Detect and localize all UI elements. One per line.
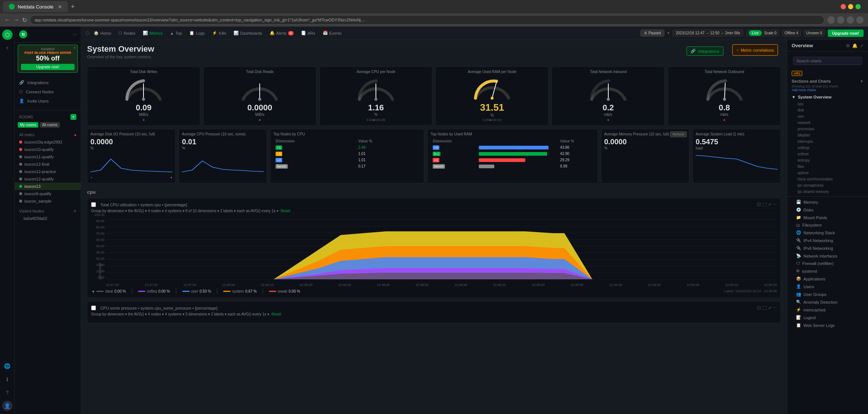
node-isucon9[interactable]: isucon9-qualify [15,190,81,197]
chart2-reset-btn[interactable]: Reset [272,312,281,316]
add-room-btn[interactable]: + [70,114,76,120]
chart2-zoom-btn[interactable]: ⛶ [762,305,767,311]
tab-close-btn[interactable]: ✕ [58,4,62,10]
node-isucon11[interactable]: isucon11-qualify [15,153,81,161]
sidebar-sub-entropy[interactable]: entropy [787,157,868,163]
nav-ars[interactable]: 📑 ARs [298,29,318,37]
refresh-btn[interactable]: ↻ [22,17,27,24]
visited-nodes-header[interactable]: Visited Nodes ∧ [15,206,81,215]
visited-node-1[interactable]: ba5a4f258a02 [15,215,81,222]
sidebar-sub-clock-sync[interactable]: clock synchronization [787,176,868,182]
sidebar-section-memory[interactable]: 💾 Memory [787,198,868,206]
sidebar-sub-cpu[interactable]: cpu [787,101,868,107]
upgrade-btn[interactable]: Upgrade now! [828,30,864,37]
sidebar-chevron-icon[interactable]: ‹ › [73,32,76,37]
sidebar-sub-idlejitter[interactable]: idlejitter [787,132,868,138]
chart-info-btn[interactable]: ⓘ [757,202,761,207]
paused-btn[interactable]: ⏸ Paused [640,30,664,37]
nav-kills[interactable]: ⚡ Kills [209,29,229,37]
icon-bar-question[interactable]: ? [2,387,13,398]
sidebar-section-networking-stack[interactable]: 🌐 Networking Stack [787,229,868,237]
chart-zoom-btn[interactable]: ⛶ [762,202,767,207]
node-isucon12qualify[interactable]: isucon12-qualify [15,175,81,183]
icon-bar-info[interactable]: ℹ [2,374,13,384]
sidebar-section-firewall[interactable]: 🛡 Firewall (netfilter) [787,260,868,267]
nav-home[interactable]: 🏠 Home [91,29,114,37]
search-charts-input[interactable] [793,57,862,65]
all-rooms-btn[interactable]: All rooms [40,122,60,128]
node-isucon12practice[interactable]: isucon12-practice [15,168,81,175]
sidebar-section-memcached[interactable]: ⚡ memcached [787,306,868,314]
chart2-info-btn[interactable]: ⓘ [757,305,761,311]
address-bar[interactable]: app.netdata.cloud/spaces/torune-summer-s… [30,15,824,25]
sidebar-section-logind[interactable]: 📝 Logind [787,314,868,321]
sidebar-bell-btn[interactable]: 🔔 [852,43,858,48]
sidebar-section-web-server-logs[interactable]: 📋 Web Server Logs [787,321,868,329]
sidebar-section-systemd[interactable]: ⚙ systemd [787,267,868,275]
sidebar-section-applications[interactable]: 📦 Applications [787,275,868,283]
nav-metrics[interactable]: 📊 Metrics [140,29,165,37]
sidebar-section-anomaly[interactable]: 🔍 Anomaly Detection [787,298,868,306]
nav-top[interactable]: ▲ Top [167,30,185,37]
sidebar-main-section[interactable]: ▼ System Overview [787,93,868,101]
node-isucon12final[interactable]: isucon12-final [15,161,81,168]
upgrade-now-btn[interactable]: Upgrade now! [21,64,75,70]
node-isucon13[interactable]: isucon13 [15,183,81,190]
sidebar-sub-softnet[interactable]: softnet [787,151,868,157]
sidebar-item-invite-users[interactable]: 👤 Invite Users [15,96,81,106]
icon-bar-home[interactable]: ⬡ [2,30,13,40]
chart-checkbox[interactable] [91,202,96,207]
chart-more-btn[interactable]: ⋯ [773,202,777,207]
sidebar-sub-processes[interactable]: processes [787,126,868,132]
back-btn[interactable]: ← [4,17,10,23]
sidebar-section-filesystem[interactable]: 🗂 Filesystem [787,221,868,229]
add-more-link[interactable]: Add more charts [792,88,864,92]
node-isucon10q[interactable]: isucon10q-edge2992 [15,138,81,146]
chart2-expand-btn[interactable]: ⤢ [768,305,771,311]
sidebar-item-connect-nodes[interactable]: ⬡ Connect Nodes [15,87,81,96]
nav-logs[interactable]: 📋 Logs [186,29,208,37]
sidebar-item-integrations[interactable]: 🔗 Integrations [15,78,81,87]
earlybird-close-btn[interactable]: ✕ [73,46,76,50]
icon-bar-avatar[interactable]: 👤 [2,401,13,411]
nav-alerts[interactable]: 🔔 Alerts 0 [267,29,297,37]
sidebar-sub-files[interactable]: files [787,163,868,170]
sidebar-sub-interrupts[interactable]: interrupts [787,138,868,145]
sidebar-sub-ipc-sem[interactable]: ipc semaphores [787,182,868,189]
nav-events[interactable]: 📅 Events [320,29,345,37]
active-tab[interactable]: Netdata Console ✕ [3,1,68,12]
time-display[interactable]: 2023/12/16 12:47 → 12:50 → 2min 58s [672,30,744,37]
sidebar-section-disks[interactable]: 💿 Disks [787,206,868,214]
sidebar-sub-disk[interactable]: disk [787,107,868,113]
icon-bar-plus[interactable]: ＋ [2,43,13,53]
sidebar-section-user-groups[interactable]: 👥 User Groups [787,290,868,298]
refresh-btn[interactable]: Refresh [670,131,687,137]
nav-nodes[interactable]: ⬡ Nodes [115,29,138,37]
reset-btn[interactable]: Reset [281,209,290,213]
integrations-btn[interactable]: 🔗 Integrations [687,46,723,56]
sidebar-filter-btn[interactable]: ⚙ [846,43,850,48]
icon-bar-globe[interactable]: 🌐 [2,361,13,371]
node-isucon-sample[interactable]: isucon_sample [15,197,81,205]
sidebar-sub-uptime[interactable]: uptime [787,170,868,176]
sidebar-section-ipv6[interactable]: 🔌 IPv6 Networking [787,244,868,252]
sidebar-sub-ipc-shmem[interactable]: ipc shared memory [787,189,868,195]
sidebar-sub-softirqs[interactable]: softirqs [787,145,868,151]
arn-badge[interactable]: ARs [792,71,802,76]
sidebar-sub-network[interactable]: network [787,120,868,126]
forward-btn[interactable]: → [13,17,19,23]
my-rooms-btn[interactable]: My rooms [18,122,38,128]
nav-dashboards[interactable]: 📊 Dashboards [231,29,265,37]
sidebar-section-users[interactable]: 👤 Users [787,283,868,290]
chart-expand-btn[interactable]: ⤢ [768,202,771,207]
node-isucon10[interactable]: isucon10-qualify [15,146,81,153]
sidebar-section-mount-points[interactable]: 📁 Mount Points [787,214,868,221]
chart2-more-btn[interactable]: ⋯ [773,305,777,311]
chart2-checkbox[interactable] [91,306,96,310]
sidebar-section-network-interfaces[interactable]: 📡 Network Interfaces [787,252,868,260]
sidebar-expand-btn[interactable]: ⤢ [860,43,864,48]
sidebar-sub-ram[interactable]: ram [787,113,868,120]
legend-arrow-left[interactable]: ◄ [91,289,95,293]
metric-correlations-btn[interactable]: ~ Metric correlations [732,44,778,56]
new-tab-btn[interactable]: + [71,3,75,11]
